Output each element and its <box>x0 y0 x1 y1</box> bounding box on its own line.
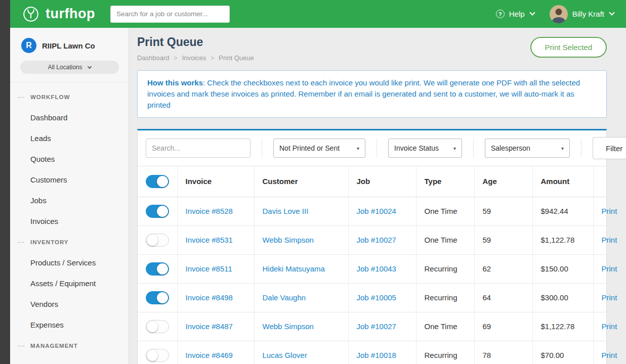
invoice-link[interactable]: Invoice #8498 <box>186 293 233 302</box>
filter-button[interactable]: Filter <box>593 137 626 159</box>
info-box-heading: How this works <box>147 78 203 87</box>
customer-link[interactable]: Davis Love III <box>263 207 309 215</box>
row-select-toggle[interactable] <box>146 291 169 304</box>
locations-dropdown[interactable]: All Locations <box>20 61 119 74</box>
sidebar-item-products-services[interactable]: Products / Services <box>10 252 129 273</box>
caret-down-icon: ▾ <box>357 146 359 151</box>
logo-text: turfhop <box>46 6 95 22</box>
invoice-link[interactable]: Invoice #8469 <box>186 351 233 359</box>
print-link[interactable]: Print <box>602 322 617 331</box>
toggle-knob <box>157 263 168 275</box>
invoice-age: 59 <box>474 225 532 254</box>
select-all-toggle[interactable] <box>146 175 169 188</box>
customer-link[interactable]: Dale Vaughn <box>263 293 306 302</box>
customer-link[interactable]: Lucas Glover <box>263 351 307 359</box>
nav-section-label: MANAGEMENT <box>30 343 78 349</box>
col-type: Type <box>416 166 474 197</box>
filter-group-invoice-status: Invoice Status ▾ <box>388 139 474 158</box>
sidebar-item-leads[interactable]: Leads <box>10 128 129 149</box>
app-body: R RIIPL Lawn Co All Locations WORKFLOW D… <box>10 28 626 364</box>
page-head: Print Queue Dashboard > Invoices > Print… <box>137 35 607 62</box>
invoice-amount: $942.44 <box>532 197 593 225</box>
page-title: Print Queue <box>137 35 254 49</box>
help-menu[interactable]: ? Help <box>496 10 534 18</box>
sidebar-item-customers[interactable]: Customers <box>10 169 129 190</box>
job-link[interactable]: Job #10043 <box>357 264 396 273</box>
invoice-link[interactable]: Invoice #8511 <box>186 264 232 273</box>
select-cell <box>138 197 177 225</box>
salesperson-select[interactable]: Salesperson ▾ <box>485 139 570 158</box>
row-select-toggle[interactable] <box>146 349 169 362</box>
breadcrumb-dashboard[interactable]: Dashboard <box>137 54 170 62</box>
print-link[interactable]: Print <box>602 264 617 273</box>
sidebar-item-jobs[interactable]: Jobs <box>10 190 129 211</box>
print-selected-button[interactable]: Print Selected <box>530 37 607 58</box>
toggle-knob <box>147 321 158 332</box>
table-search-input[interactable] <box>146 139 251 158</box>
invoice-age: 64 <box>474 283 532 312</box>
sidebar-item-vendors[interactable]: Vendors <box>10 294 129 314</box>
row-select-toggle[interactable] <box>146 262 169 276</box>
main-content: Print Queue Dashboard > Invoices > Print… <box>129 28 626 364</box>
select-cell <box>138 341 177 364</box>
invoice-link[interactable]: Invoice #8487 <box>186 322 233 331</box>
print-link[interactable]: Print <box>602 236 617 244</box>
invoice-link[interactable]: Invoice #8531 <box>186 236 233 244</box>
job-link[interactable]: Job #10024 <box>357 207 396 215</box>
sidebar-item-expenses[interactable]: Expenses <box>10 314 129 335</box>
invoice-age: 78 <box>474 341 532 364</box>
row-select-toggle[interactable] <box>146 205 169 218</box>
invoice-amount: $70.00 <box>532 341 593 364</box>
print-link[interactable]: Print <box>602 293 617 302</box>
invoice-type: One Time <box>416 312 474 341</box>
invoice-link[interactable]: Invoice #8528 <box>186 207 233 215</box>
top-bar: turfhop ? Help Billy Kraft <box>10 0 626 28</box>
col-select <box>138 166 177 197</box>
global-search-input[interactable] <box>110 6 230 23</box>
select-cell <box>138 225 177 254</box>
customer-link[interactable]: Webb Simpson <box>263 322 314 331</box>
nav-section-management: MANAGEMENT <box>10 335 129 356</box>
invoice-row: Invoice #8498 Dale Vaughn Job #10005 Rec… <box>138 283 606 312</box>
invoice-status-value: Invoice Status <box>394 144 439 152</box>
info-box-text: : Check the checkboxes next to each invo… <box>147 78 580 109</box>
user-menu[interactable]: Billy Kraft <box>550 5 614 23</box>
caret-down-icon: ▾ <box>561 146 564 151</box>
sidebar-item-assets-equipment[interactable]: Assets / Equipment <box>10 273 129 294</box>
breadcrumb: Dashboard > Invoices > Print Queue <box>137 54 254 62</box>
sidebar-item-invoices[interactable]: Invoices <box>10 211 129 232</box>
print-link[interactable]: Print <box>602 351 617 359</box>
col-job: Job <box>348 166 416 197</box>
select-cell <box>138 283 177 312</box>
breadcrumb-current: Print Queue <box>219 54 254 62</box>
job-link[interactable]: Job #10005 <box>357 293 396 302</box>
nav-section-workflow: WORKFLOW <box>10 86 129 107</box>
job-link[interactable]: Job #10027 <box>357 322 396 331</box>
customer-link[interactable]: Webb Simpson <box>263 236 314 244</box>
sidebar-item-quotes[interactable]: Quotes <box>10 149 129 169</box>
invoice-panel: Not Printed or Sent ▾ Invoice Status ▾ S… <box>137 129 607 364</box>
breadcrumb-invoices[interactable]: Invoices <box>182 54 206 62</box>
invoice-status-select[interactable]: Invoice Status ▾ <box>388 139 462 158</box>
row-select-toggle[interactable] <box>146 234 169 247</box>
invoice-type: Recurring <box>416 341 474 364</box>
printed-status-select[interactable]: Not Printed or Sent ▾ <box>273 139 365 158</box>
sidebar-item-dashboard[interactable]: Dashboard <box>10 107 129 128</box>
invoice-age: 62 <box>474 254 532 283</box>
job-link[interactable]: Job #10018 <box>357 351 396 359</box>
print-link[interactable]: Print <box>602 207 617 215</box>
invoice-age: 69 <box>474 312 532 341</box>
invoice-amount: $1,122.78 <box>532 225 593 254</box>
nav-section-reports: REPORTS <box>10 356 129 364</box>
invoice-amount: $150.00 <box>532 254 593 283</box>
chevron-down-icon <box>87 64 91 68</box>
filter-group-search <box>146 139 262 158</box>
caret-down-icon: ▾ <box>453 146 456 151</box>
nav-section-label: WORKFLOW <box>30 94 70 100</box>
invoice-type: One Time <box>416 197 474 225</box>
job-link[interactable]: Job #10027 <box>357 236 396 244</box>
customer-link[interactable]: Hideki Matsuyama <box>263 264 325 273</box>
row-select-toggle[interactable] <box>146 320 169 333</box>
section-dash-icon <box>18 242 24 243</box>
turfhop-logo[interactable]: turfhop <box>21 5 95 24</box>
